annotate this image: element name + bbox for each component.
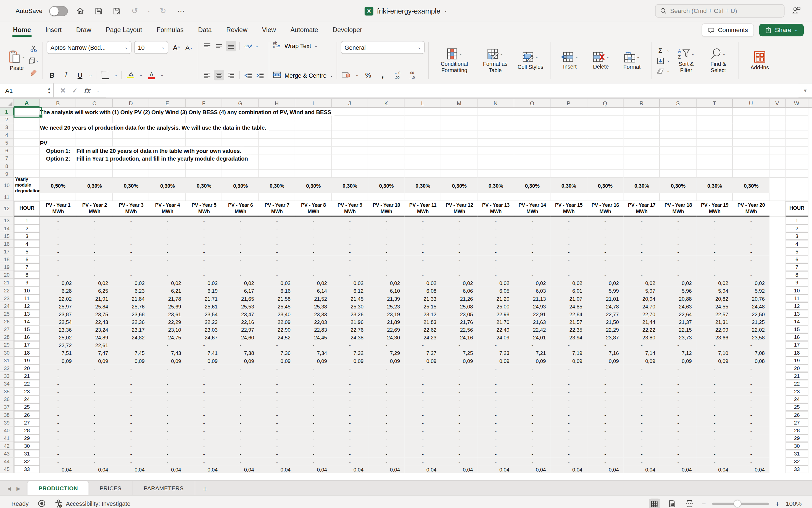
cell-W32[interactable]: 20 [785,364,808,372]
cell-R14[interactable]: - [624,224,660,232]
cell-W12[interactable]: HOUR [785,201,808,217]
cell-R7[interactable] [624,155,660,162]
cell-G9[interactable] [222,170,259,178]
cell-Q31[interactable]: 0,09 [587,356,623,364]
cell-H34[interactable]: - [259,380,295,387]
cell-U19[interactable]: - [733,263,769,271]
cell-E36[interactable]: - [149,395,186,403]
cell-R24[interactable]: 24,70 [624,302,660,310]
cell-E20[interactable]: - [149,271,186,279]
cell-G14[interactable]: - [222,224,259,232]
cell-B35[interactable]: - [40,388,76,395]
decrease-font-icon[interactable]: A⌄ [184,42,194,53]
cell-N3[interactable] [478,123,514,131]
cell-B25[interactable]: 23,87 [40,310,76,318]
cell-S3[interactable] [660,123,697,131]
cell-K20[interactable]: - [368,271,404,279]
cell-O45[interactable]: 0,04 [514,465,551,473]
cell-M28[interactable]: 24,16 [441,333,478,341]
cell-V41[interactable] [769,434,785,442]
cell-W40[interactable]: 28 [785,426,808,434]
cell-G26[interactable]: 22,16 [222,318,259,325]
cell-W9[interactable] [785,170,808,178]
format-painter-button[interactable] [29,68,39,78]
add-ins-button[interactable]: Add-ins [742,49,777,72]
cell-A8[interactable] [14,162,40,170]
row-header-30[interactable]: 30 [0,349,14,356]
cell-F16[interactable]: - [186,240,222,248]
cell-F38[interactable]: - [186,411,222,419]
cell-K43[interactable]: - [368,450,404,458]
cell-E14[interactable]: - [149,224,186,232]
cell-L13[interactable]: - [404,217,441,224]
cell-P31[interactable]: 0,09 [551,356,587,364]
cell-R45[interactable]: 0,04 [624,465,660,473]
cell-A17[interactable]: 5 [14,248,40,255]
cell-B30[interactable]: 7,51 [40,349,76,356]
cell-E18[interactable]: - [149,255,186,263]
cell-K28[interactable]: 24,30 [368,333,404,341]
cell-M14[interactable]: - [441,224,478,232]
cell-D41[interactable]: - [113,434,149,442]
cell-R31[interactable]: 0,09 [624,356,660,364]
cell-N24[interactable]: 25,00 [478,302,514,310]
cell-S26[interactable]: 21,37 [660,318,697,325]
cell-S34[interactable]: - [660,380,697,387]
cell-G27[interactable]: 22,97 [222,326,259,333]
cell-M2[interactable] [441,116,478,123]
cell-E15[interactable]: - [149,232,186,240]
cell-H11[interactable] [259,193,295,201]
cell-F10[interactable]: 0,30% [186,178,222,193]
cell-U15[interactable]: - [733,232,769,240]
cell-B21[interactable]: 0,02 [40,279,76,287]
cell-J3[interactable] [332,123,368,131]
cell-K38[interactable]: - [368,411,404,419]
cell-G17[interactable]: - [222,248,259,255]
cell-E22[interactable]: 6,21 [149,287,186,294]
cell-G18[interactable]: - [222,255,259,263]
cell-C25[interactable]: 23,75 [76,310,113,318]
cell-O33[interactable]: - [514,372,551,380]
cell-D27[interactable]: 23,17 [113,326,149,333]
cell-A20[interactable]: 8 [14,271,40,279]
cell-L23[interactable]: 21,33 [404,294,441,302]
cell-C38[interactable]: - [76,411,113,419]
cell-Q39[interactable]: - [587,419,623,426]
cell-V23[interactable] [769,294,785,302]
cell-P8[interactable] [551,162,587,170]
cell-Q10[interactable]: 0,30% [587,178,623,193]
cell-W45[interactable]: 33 [785,465,808,473]
cell-C4[interactable] [76,131,113,139]
more-commands-icon[interactable]: ⋯ [175,5,187,16]
cell-L41[interactable]: - [404,434,441,442]
cell-V14[interactable] [769,224,785,232]
cell-S4[interactable] [660,131,697,139]
cell-R15[interactable]: - [624,232,660,240]
cell-O44[interactable]: - [514,458,551,465]
row-header-17[interactable]: 17 [0,248,14,255]
cell-H29[interactable]: - [259,341,295,349]
cell-L3[interactable] [404,123,441,131]
row-header-39[interactable]: 39 [0,419,14,426]
cell-K36[interactable]: - [368,395,404,403]
cell-U29[interactable]: - [733,341,769,349]
cell-S37[interactable]: - [660,403,697,411]
cell-W5[interactable] [785,139,808,147]
cell-K39[interactable]: - [368,419,404,426]
cell-T20[interactable]: - [697,271,733,279]
cell-P33[interactable]: - [551,372,587,380]
cell-B42[interactable]: - [40,442,76,450]
page-layout-view-icon[interactable] [666,499,678,508]
cell-W19[interactable]: 7 [785,263,808,271]
cell-M13[interactable]: - [441,217,478,224]
cell-Q30[interactable]: 7,16 [587,349,623,356]
cell-B26[interactable]: 22,54 [40,318,76,325]
cell-L38[interactable]: - [404,411,441,419]
cell-H39[interactable]: - [259,419,295,426]
cell-D11[interactable] [113,193,149,201]
cell-J20[interactable]: - [332,271,368,279]
cell-F42[interactable]: - [186,442,222,450]
row-header-43[interactable]: 43 [0,450,14,458]
cell-N10[interactable]: 0,30% [478,178,514,193]
cell-C31[interactable]: 0,09 [76,356,113,364]
